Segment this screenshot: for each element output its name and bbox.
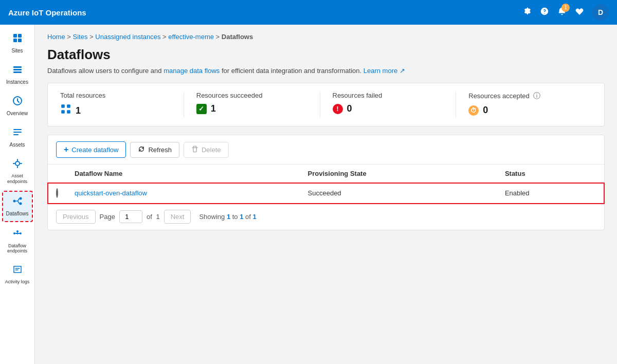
row-select-cell bbox=[48, 183, 66, 204]
svg-rect-6 bbox=[13, 71, 22, 73]
svg-rect-18 bbox=[67, 110, 70, 114]
assets-icon bbox=[12, 127, 23, 140]
col-status-header: Status bbox=[497, 165, 604, 183]
row-name-cell: quickstart-oven-dataflow bbox=[66, 183, 300, 204]
sidebar-label-instances: Instances bbox=[6, 79, 28, 85]
svg-rect-4 bbox=[13, 66, 22, 68]
svg-rect-15 bbox=[61, 104, 65, 108]
content-area: Home > Sites > Unassigned instances > ef… bbox=[35, 25, 617, 364]
sidebar-label-activity-logs: Activity logs bbox=[5, 279, 30, 285]
asset-endpoints-icon bbox=[12, 158, 23, 171]
stat-total-label: Total resources bbox=[60, 92, 171, 99]
stat-accepted-label: Resources accepted ⓘ bbox=[468, 92, 579, 101]
sidebar-item-dataflows[interactable]: Dataflows bbox=[2, 191, 33, 222]
row-radio[interactable] bbox=[56, 188, 58, 198]
succeeded-icon: ✓ bbox=[196, 104, 207, 114]
settings-icon[interactable] bbox=[522, 7, 532, 19]
breadcrumb-current: Dataflows bbox=[222, 33, 253, 41]
toolbar: + Create dataflow Refresh Delete bbox=[48, 135, 604, 165]
stat-total-value: 1 bbox=[60, 103, 171, 118]
sidebar-item-dataflow-endpoints[interactable]: Dataflow endpoints bbox=[2, 224, 33, 259]
table-row[interactable]: quickstart-oven-dataflow Succeeded Enabl… bbox=[48, 183, 604, 204]
col-provisioning-header: Provisioning State bbox=[300, 165, 497, 183]
notification-badge: 1 bbox=[561, 4, 570, 12]
sidebar-item-asset-endpoints[interactable]: Asset endpoints bbox=[2, 154, 33, 189]
sidebar-item-assets[interactable]: Assets bbox=[2, 123, 33, 152]
stat-failed-value: ! 0 bbox=[333, 103, 444, 114]
delete-icon bbox=[191, 145, 198, 154]
help-icon[interactable] bbox=[540, 7, 549, 19]
stat-total-resources: Total resources 1 bbox=[60, 92, 184, 118]
overview-icon bbox=[12, 96, 23, 108]
row-status-cell: Enabled bbox=[497, 183, 604, 204]
df-endpoints-icon bbox=[12, 228, 23, 241]
learn-more-link[interactable]: Learn more ↗ bbox=[364, 67, 405, 75]
notifications-icon[interactable]: 1 bbox=[557, 7, 567, 19]
stat-succeeded-label: Resources succeeded bbox=[196, 92, 307, 99]
stat-accepted-value: ⏱ 0 bbox=[468, 105, 579, 116]
svg-point-11 bbox=[19, 202, 22, 205]
breadcrumb: Home > Sites > Unassigned instances > ef… bbox=[47, 33, 605, 41]
delete-button[interactable]: Delete bbox=[184, 142, 229, 158]
manage-link[interactable]: manage data flows bbox=[164, 67, 220, 75]
dataflow-name-link[interactable]: quickstart-oven-dataflow bbox=[75, 189, 147, 197]
page-title: Dataflows bbox=[47, 47, 605, 63]
top-navigation: Azure IoT Operations 1 D bbox=[0, 0, 617, 25]
previous-button[interactable]: Previous bbox=[56, 210, 96, 224]
activity-logs-icon bbox=[12, 264, 23, 277]
svg-point-13 bbox=[20, 232, 22, 234]
user-avatar[interactable]: D bbox=[592, 4, 609, 21]
breadcrumb-sep-4: > bbox=[216, 33, 222, 41]
instances-icon bbox=[12, 64, 23, 77]
pagination: Previous Page of 1 Next Showing 1 to 1 o… bbox=[48, 204, 604, 230]
topnav-icons: 1 D bbox=[522, 4, 609, 21]
create-plus-icon: + bbox=[64, 145, 68, 154]
stat-accepted: Resources accepted ⓘ ⏱ 0 bbox=[456, 92, 592, 118]
failed-icon: ! bbox=[333, 104, 343, 114]
refresh-button[interactable]: Refresh bbox=[130, 142, 179, 158]
svg-rect-3 bbox=[18, 39, 22, 42]
page-number-input[interactable] bbox=[119, 210, 142, 223]
sidebar-label-overview: Overview bbox=[7, 111, 28, 117]
table-card: + Create dataflow Refresh Delete bbox=[47, 135, 605, 230]
svg-rect-17 bbox=[61, 110, 65, 114]
page-label: Page bbox=[100, 213, 115, 221]
alerts-icon[interactable] bbox=[575, 7, 584, 19]
dataflows-table: Dataflow Name Provisioning State Status … bbox=[48, 165, 604, 204]
stat-succeeded: Resources succeeded ✓ 1 bbox=[184, 92, 320, 118]
svg-point-10 bbox=[19, 197, 22, 199]
svg-point-9 bbox=[13, 199, 15, 202]
svg-rect-5 bbox=[13, 69, 22, 70]
row-provisioning-cell: Succeeded bbox=[300, 183, 497, 204]
main-layout: Sites Instances Overview Assets Asset en bbox=[0, 25, 617, 364]
page-description: Dataflows allow users to configure and m… bbox=[47, 67, 605, 75]
sidebar-label-dataflow-endpoints: Dataflow endpoints bbox=[4, 243, 31, 254]
breadcrumb-unassigned[interactable]: Unassigned instances bbox=[95, 33, 160, 41]
sidebar-item-overview[interactable]: Overview bbox=[2, 92, 33, 121]
col-name-header: Dataflow Name bbox=[66, 165, 300, 183]
of-label: of 1 bbox=[147, 213, 160, 221]
svg-rect-1 bbox=[18, 34, 22, 38]
breadcrumb-home[interactable]: Home bbox=[47, 33, 65, 41]
breadcrumb-sites[interactable]: Sites bbox=[73, 33, 88, 41]
svg-rect-0 bbox=[13, 34, 17, 38]
svg-point-14 bbox=[16, 230, 19, 232]
sidebar-label-asset-endpoints: Asset endpoints bbox=[4, 173, 31, 185]
next-button[interactable]: Next bbox=[164, 210, 191, 224]
stat-failed: Resources failed ! 0 bbox=[320, 92, 457, 118]
showing-text: Showing 1 to 1 of 1 bbox=[199, 213, 256, 221]
svg-point-8 bbox=[15, 161, 20, 166]
stat-failed-label: Resources failed bbox=[333, 92, 444, 99]
svg-rect-16 bbox=[67, 104, 70, 108]
sidebar-label-sites: Sites bbox=[11, 48, 23, 54]
create-dataflow-button[interactable]: + Create dataflow bbox=[56, 141, 126, 158]
sidebar-item-activity-logs[interactable]: Activity logs bbox=[2, 260, 33, 289]
refresh-icon bbox=[138, 145, 145, 154]
breadcrumb-effective-meme[interactable]: effective-meme bbox=[168, 33, 214, 41]
accepted-info-icon[interactable]: ⓘ bbox=[533, 92, 540, 100]
sidebar-item-instances[interactable]: Instances bbox=[2, 60, 33, 89]
sidebar-item-sites[interactable]: Sites bbox=[2, 29, 33, 58]
svg-rect-2 bbox=[13, 39, 17, 42]
breadcrumb-sep-1: > bbox=[67, 33, 72, 41]
breadcrumb-sep-2: > bbox=[89, 33, 95, 41]
